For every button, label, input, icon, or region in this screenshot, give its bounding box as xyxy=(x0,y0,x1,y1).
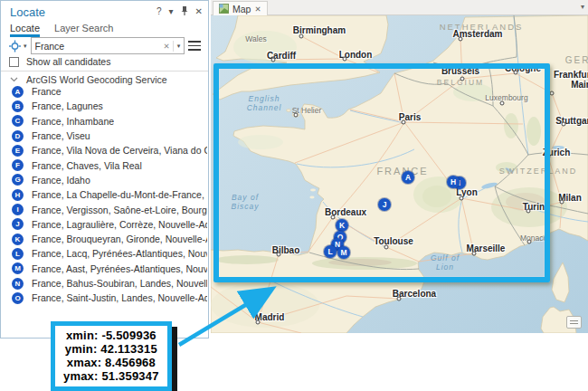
result-letter-badge: G xyxy=(12,174,24,186)
extent-callout: xmin: -5.509936ymin: 42.113315xmax: 8.45… xyxy=(51,321,172,391)
map-tabstrip: Map ✕ ▾ xyxy=(211,0,588,15)
pane-tabs: Locate Layer Search xyxy=(10,23,113,37)
city-dot xyxy=(299,34,304,39)
city-dot xyxy=(343,57,347,62)
city-dot xyxy=(397,297,402,301)
tab-map[interactable]: Map ✕ xyxy=(213,1,268,15)
result-text: France, Chaves, Vila Real xyxy=(32,160,142,171)
locate-result-row[interactable]: CFrance, Inhambane xyxy=(1,114,207,129)
locate-crosshair-icon xyxy=(8,40,22,52)
map-tab-icon xyxy=(219,4,229,14)
result-text: France, Vergisson, Saône-et-Loire, Bourg… xyxy=(32,205,207,215)
extent-value-line: xmax: 8.456968 xyxy=(63,356,159,369)
clear-search-icon[interactable]: ✕ xyxy=(161,42,173,51)
show-all-candidates-checkbox[interactable] xyxy=(9,57,19,67)
city-dot xyxy=(560,200,564,205)
locate-result-row[interactable]: MFrance, Aast, Pyrénées-Atlantiques, Nou… xyxy=(1,262,207,276)
extent-value-line: ymax: 51.359347 xyxy=(63,369,159,383)
callout-arrow xyxy=(172,283,285,354)
search-box[interactable]: ✕ ▾ xyxy=(31,37,185,54)
divider xyxy=(1,71,208,72)
city-label: Frankfurt amMain xyxy=(554,70,588,90)
tab-layer-search[interactable]: Layer Search xyxy=(54,23,113,37)
search-row: ▾ ✕ ▾ xyxy=(8,37,201,54)
locate-result-row[interactable]: LFrance, Lacq, Pyrénées-Atlantiques, Nou… xyxy=(1,246,207,261)
result-letter-badge: A xyxy=(12,86,24,98)
chevron-down-icon[interactable] xyxy=(10,77,18,82)
pane-header: Locate ? ▾ ✕ xyxy=(10,4,203,20)
help-icon[interactable]: ? xyxy=(156,7,162,16)
result-text: France, Viseu xyxy=(32,130,90,141)
result-letter-badge: E xyxy=(12,145,24,157)
extent-values: xmin: -5.509936ymin: 42.113315xmax: 8.45… xyxy=(63,329,159,383)
attribution-icon[interactable] xyxy=(566,316,582,329)
locate-result-row[interactable]: FFrance, Chaves, Vila Real xyxy=(1,157,207,172)
locate-provider-button[interactable]: ▾ xyxy=(8,40,27,52)
menu-icon[interactable] xyxy=(188,41,201,51)
result-text: France, Lagraulière, Corrèze, Nouvelle-A… xyxy=(32,219,207,230)
result-text: France, Inhambane xyxy=(32,116,114,127)
result-letter-badge: D xyxy=(12,130,24,142)
extent-value-line: ymin: 42.113315 xyxy=(63,342,159,356)
result-text: France, Brouqueyran, Gironde, Nouvelle-A… xyxy=(32,234,207,244)
result-text: France, Lagunes xyxy=(32,100,103,111)
result-letter-badge: I xyxy=(12,204,24,215)
close-icon[interactable]: ✕ xyxy=(195,7,203,16)
show-all-candidates-label: Show all candidates xyxy=(26,56,110,67)
locate-result-row[interactable]: JFrance, Lagraulière, Corrèze, Nouvelle-… xyxy=(1,217,207,232)
result-letter-badge: C xyxy=(12,115,24,127)
city-dot xyxy=(562,122,566,127)
result-letter-badge: N xyxy=(12,278,24,290)
result-text: France, Vila Nova de Cerveira, Viana do … xyxy=(32,145,207,156)
close-icon[interactable]: ✕ xyxy=(254,5,261,14)
locate-result-row[interactable]: GFrance, Idaho xyxy=(1,173,207,187)
result-letter-badge: F xyxy=(12,159,24,171)
locate-result-row[interactable]: IFrance, Vergisson, Saône-et-Loire, Bour… xyxy=(1,202,207,216)
search-input[interactable] xyxy=(32,41,161,52)
city-dot xyxy=(459,37,463,42)
pane-title: Locate xyxy=(10,5,45,19)
place-label: Wales xyxy=(245,35,266,43)
chevron-down-icon[interactable]: ▾ xyxy=(174,43,185,50)
result-letter-badge: O xyxy=(12,292,24,304)
locate-result-row[interactable]: KFrance, Brouqueyran, Gironde, Nouvelle-… xyxy=(1,232,207,246)
result-letter-badge: M xyxy=(12,262,24,274)
result-letter-badge: L xyxy=(12,248,24,260)
tab-locate[interactable]: Locate xyxy=(10,23,40,37)
locate-result-row[interactable]: HFrance, La Chapelle-du-Mont-de-France, … xyxy=(1,187,207,202)
pin-icon[interactable] xyxy=(181,6,188,17)
result-letter-badge: B xyxy=(12,100,24,112)
extent-highlight-rect xyxy=(213,63,550,282)
locate-result-row[interactable]: EFrance, Vila Nova de Cerveira, Viana do… xyxy=(1,143,207,157)
extent-value-line: xmin: -5.509936 xyxy=(63,329,159,342)
result-letter-badge: H xyxy=(12,189,24,201)
app-window: Map ✕ ▾ xyxy=(0,0,588,391)
locate-result-row[interactable]: BFrance, Lagunes xyxy=(1,99,207,113)
show-all-candidates-row: Show all candidates xyxy=(9,56,110,67)
chevron-down-icon[interactable]: ▾ xyxy=(169,7,174,16)
chevron-down-icon: ▾ xyxy=(24,43,27,50)
locate-result-row[interactable]: AFrance xyxy=(1,84,207,99)
result-text: France xyxy=(32,86,62,97)
result-letter-badge: J xyxy=(12,218,24,230)
result-text: France, Idaho xyxy=(32,175,90,186)
city-dot xyxy=(550,91,555,96)
result-text: France, La Chapelle-du-Mont-de-France, S… xyxy=(32,189,207,200)
result-text: France, Aast, Pyrénées-Atlantiques, Nouv… xyxy=(32,263,207,274)
result-letter-badge: K xyxy=(12,234,24,245)
country-label: GERMANY xyxy=(565,55,588,65)
chevron-down-icon[interactable]: ▾ xyxy=(581,3,584,11)
result-text: France, Lacq, Pyrénées-Atlantiques, Nouv… xyxy=(32,248,207,259)
map-tab-label: Map xyxy=(232,4,251,14)
city-dot xyxy=(271,58,276,62)
locate-result-row[interactable]: DFrance, Viseu xyxy=(1,129,207,143)
